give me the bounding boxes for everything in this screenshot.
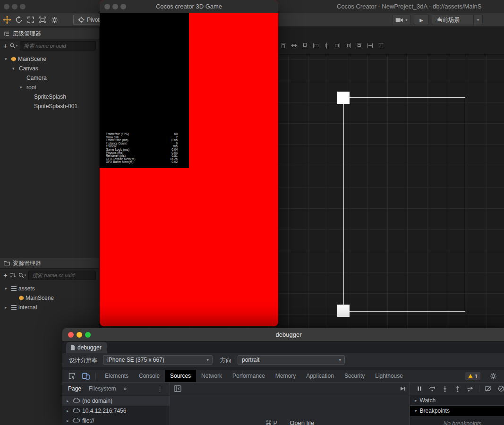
overflow-tabs-icon[interactable]: » xyxy=(123,385,127,392)
step-out-icon[interactable] xyxy=(451,382,464,395)
minimize-button[interactable] xyxy=(12,4,17,9)
add-node-icon[interactable]: + xyxy=(3,42,8,49)
align-middle-icon[interactable] xyxy=(290,42,297,49)
hierarchy-search-input[interactable] xyxy=(23,42,93,49)
add-asset-icon[interactable]: + xyxy=(3,272,8,279)
stretch-horizontal-icon[interactable] xyxy=(367,42,373,49)
devtools-settings-icon[interactable] xyxy=(490,373,497,380)
pause-script-icon[interactable] xyxy=(413,382,426,395)
sources-tree-item[interactable]: ▸10.4.12.216:7456 xyxy=(62,406,170,416)
transform-handle-bottom-left[interactable] xyxy=(337,305,350,317)
current-scene-select[interactable]: 当前场景 ▾ xyxy=(432,15,483,25)
devtools-tab-security[interactable]: Security xyxy=(339,370,370,382)
expand-arrow-icon[interactable]: ▸ xyxy=(67,408,70,413)
assets-node-assets[interactable]: ▾assets xyxy=(0,284,99,293)
pause-on-exceptions-icon[interactable] xyxy=(495,382,504,395)
step-over-icon[interactable] xyxy=(426,382,438,395)
devtools-tab-performance[interactable]: Performance xyxy=(227,370,270,382)
step-into-icon[interactable] xyxy=(438,382,451,395)
fullscreen-icon[interactable] xyxy=(26,14,36,26)
breakpoints-section-header[interactable]: ▾ Breakpoints xyxy=(410,406,504,416)
open-file-hint: ⌘ P Open file xyxy=(170,419,410,425)
hierarchy-panel-header[interactable]: 层级管理器 xyxy=(0,28,99,39)
zoom-button[interactable] xyxy=(20,4,26,9)
sources-nav-tab-page[interactable]: Page xyxy=(68,385,81,392)
hierarchy-node-spritesplash-001[interactable]: SpriteSplash-001 xyxy=(0,102,99,111)
pivot-label: Pivot xyxy=(87,17,100,23)
watch-section-header[interactable]: ▸ Watch xyxy=(410,395,504,406)
hierarchy-node-mainscene[interactable]: ▾MainScene xyxy=(0,54,99,64)
hierarchy-node-spritesplash[interactable]: SpriteSplash xyxy=(0,92,99,102)
align-top-icon[interactable] xyxy=(280,42,286,49)
game-window-title: Cocos creator 3D Game xyxy=(100,0,278,13)
assets-panel-header[interactable]: 资源管理器 xyxy=(0,258,99,269)
devtools-tab-elements[interactable]: Elements xyxy=(100,370,134,382)
deactivate-breakpoints-icon[interactable] xyxy=(482,382,495,395)
collapse-arrow-icon[interactable]: ▾ xyxy=(20,85,26,90)
search-filter-button[interactable]: ▾ xyxy=(18,272,26,278)
expand-arrow-icon[interactable]: ▸ xyxy=(67,418,70,423)
collapse-arrow-icon[interactable]: ▾ xyxy=(12,66,19,71)
open-file-label[interactable]: Open file xyxy=(290,419,314,425)
inspect-element-icon[interactable] xyxy=(67,372,77,380)
preview-device-button[interactable]: ▾ xyxy=(392,15,411,25)
sort-icon[interactable] xyxy=(10,271,16,280)
align-bottom-icon[interactable] xyxy=(301,42,308,49)
hierarchy-node-label: Camera xyxy=(26,75,47,81)
hide-navigator-icon[interactable] xyxy=(174,385,181,392)
show-debugger-sidebar-icon[interactable] xyxy=(399,385,406,392)
settings-gear-icon[interactable] xyxy=(49,14,60,26)
align-left-icon[interactable] xyxy=(312,42,319,49)
move-tool-icon[interactable] xyxy=(2,14,12,26)
sources-nav-tab-filesystem[interactable]: Filesystem xyxy=(89,385,116,392)
chevron-down-icon: ▾ xyxy=(25,273,26,277)
transform-handle-top-left[interactable] xyxy=(337,92,350,104)
refresh-icon[interactable] xyxy=(14,14,24,26)
collapse-arrow-icon[interactable]: ▾ xyxy=(5,57,11,61)
play-button[interactable]: ▶ xyxy=(414,15,429,25)
hierarchy-node-root[interactable]: ▾root xyxy=(0,83,99,92)
devtools-tab-lighthouse[interactable]: Lighthouse xyxy=(370,370,408,382)
warnings-badge[interactable]: 1 xyxy=(465,372,480,380)
screen: Cocos Creator - NewProject_3dA - db://as… xyxy=(0,0,504,425)
devtools-tab-console[interactable]: Console xyxy=(134,370,165,382)
device-toolbar-toggle-icon[interactable] xyxy=(81,373,91,380)
ui-transform-rect[interactable] xyxy=(343,97,465,312)
editor-empty-state[interactable]: ⌘ P Open file xyxy=(170,395,410,425)
sources-tree-item[interactable]: ▸(no domain) xyxy=(62,396,170,406)
devtools-tab-application[interactable]: Application xyxy=(301,370,339,382)
hierarchy-node-canvas[interactable]: ▾Canvas xyxy=(0,64,99,73)
distribute-vertical-icon[interactable] xyxy=(356,42,362,49)
expand-arrow-icon[interactable]: ▸ xyxy=(5,305,11,310)
step-icon[interactable] xyxy=(464,382,477,395)
sources-tree-item-label: 10.4.12.216:7456 xyxy=(82,408,126,414)
close-button[interactable] xyxy=(4,4,9,9)
device-select-value: iPhone SE (375 x 667) xyxy=(107,357,164,363)
devtools-tab-memory[interactable]: Memory xyxy=(270,370,301,382)
devtools-tab-network[interactable]: Network xyxy=(196,370,227,382)
search-filter-button[interactable]: ▾ xyxy=(10,43,18,49)
assets-search-input[interactable] xyxy=(31,272,93,279)
debugger-tab[interactable]: debugger xyxy=(66,342,107,353)
more-options-icon[interactable]: ⋮ xyxy=(157,385,163,392)
device-select[interactable]: iPhone SE (375 x 667) ▾ xyxy=(103,355,213,365)
distribute-horizontal-icon[interactable] xyxy=(345,42,351,49)
sources-editor-area: ⌘ P Open file xyxy=(170,382,410,425)
hierarchy-node-label: SpriteSplash xyxy=(34,94,66,100)
game-viewport[interactable]: Framerate (FPS)60Draw call2Frame time (m… xyxy=(100,13,278,326)
align-right-icon[interactable] xyxy=(334,42,341,49)
orientation-select[interactable]: portrait ▾ xyxy=(238,355,345,365)
collapse-arrow-icon: ▾ xyxy=(415,408,417,413)
hierarchy-node-camera[interactable]: Camera xyxy=(0,73,99,83)
sources-tree-item[interactable]: ▸file:// xyxy=(62,416,170,425)
assets-node-mainscene[interactable]: MainScene xyxy=(0,293,99,303)
expand-arrow-icon[interactable]: ▸ xyxy=(67,399,70,403)
devtools-tab-sources[interactable]: Sources xyxy=(165,370,196,382)
frame-selection-icon[interactable] xyxy=(37,14,48,26)
align-center-icon[interactable] xyxy=(323,42,330,49)
chevron-down-icon: ▾ xyxy=(206,356,209,364)
stretch-vertical-icon[interactable] xyxy=(377,42,384,49)
assets-node-internal[interactable]: ▸internal xyxy=(0,303,99,312)
collapse-arrow-icon[interactable]: ▾ xyxy=(5,286,11,291)
hierarchy-node-label: root xyxy=(26,84,36,91)
